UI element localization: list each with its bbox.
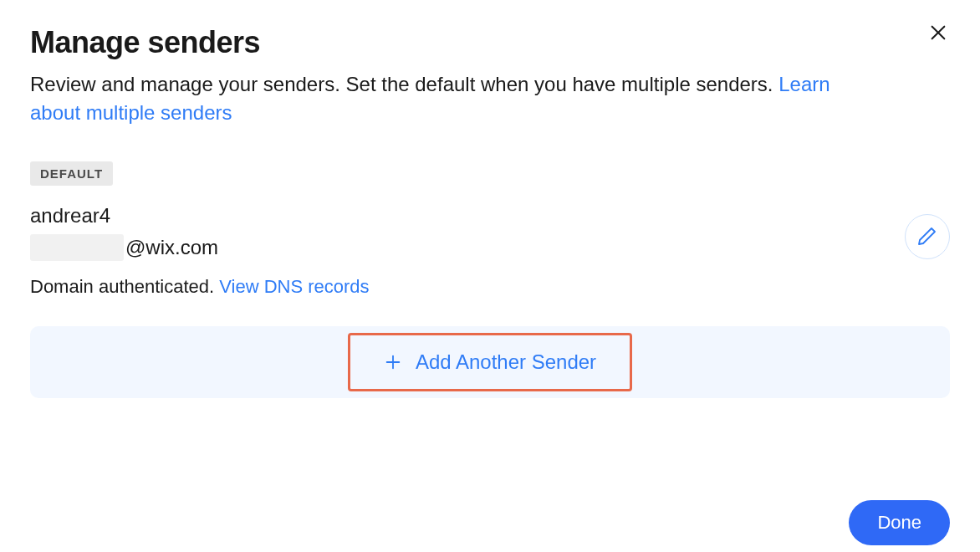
sender-status-text: Domain authenticated. xyxy=(30,276,219,297)
redacted-email-local xyxy=(30,234,124,261)
dialog-footer: Done xyxy=(849,500,950,545)
add-sender-label: Add Another Sender xyxy=(416,350,596,374)
sender-status: Domain authenticated. View DNS records xyxy=(30,276,950,298)
close-button[interactable] xyxy=(926,22,950,45)
edit-sender-button[interactable] xyxy=(905,214,950,259)
sender-email-suffix: @wix.com xyxy=(125,236,218,259)
plus-icon xyxy=(384,353,402,371)
close-icon xyxy=(929,23,947,44)
dialog-title: Manage senders xyxy=(30,25,950,60)
pencil-icon xyxy=(917,226,937,248)
sender-email: @wix.com xyxy=(30,234,950,261)
sender-name: andrear4 xyxy=(30,204,950,227)
dialog-subtitle: Review and manage your senders. Set the … xyxy=(30,70,850,126)
subtitle-text: Review and manage your senders. Set the … xyxy=(30,73,778,95)
done-button[interactable]: Done xyxy=(849,500,950,545)
add-sender-button[interactable]: Add Another Sender xyxy=(348,333,632,391)
add-sender-bar: Add Another Sender xyxy=(30,326,950,398)
view-dns-link[interactable]: View DNS records xyxy=(219,276,369,297)
default-badge: DEFAULT xyxy=(30,161,113,186)
sender-item: andrear4 @wix.com Domain authenticated. … xyxy=(30,204,950,298)
